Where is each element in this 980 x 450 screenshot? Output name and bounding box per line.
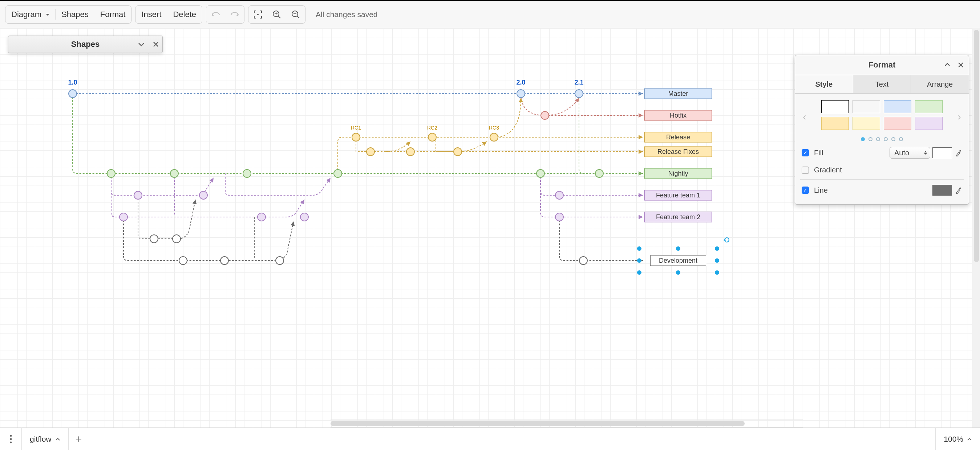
line-checkbox[interactable]: ✓ xyxy=(802,187,809,194)
commit-relfix-3[interactable] xyxy=(453,147,462,156)
insert-button[interactable]: Insert xyxy=(135,6,167,23)
style-swatch[interactable] xyxy=(884,117,912,130)
commit-feat2-3[interactable] xyxy=(300,213,309,221)
commit-relfix-2[interactable] xyxy=(406,147,415,156)
tab-arrange-label: Arrange xyxy=(927,80,953,89)
commit-feat2-4[interactable] xyxy=(555,213,564,221)
svg-point-5 xyxy=(10,441,12,443)
diagram-menu[interactable]: Diagram xyxy=(5,6,55,23)
style-swatch[interactable] xyxy=(853,100,880,113)
commit-nightly-1[interactable] xyxy=(107,169,116,178)
horizontal-scrollbar[interactable] xyxy=(331,420,803,428)
scrollbar-thumb[interactable] xyxy=(974,30,979,262)
lane-feature2[interactable]: Feature team 2 xyxy=(644,212,712,222)
format-panel-header[interactable]: Format xyxy=(795,55,969,75)
commit-master-2.0[interactable] xyxy=(517,89,525,98)
pager-dot[interactable] xyxy=(899,137,903,141)
fill-mode-dropdown[interactable]: Auto xyxy=(889,147,930,158)
style-swatch[interactable] xyxy=(821,100,849,113)
lane-hotfix[interactable]: Hotfix xyxy=(644,110,712,121)
commit-rc3[interactable] xyxy=(490,133,498,141)
commit-dev-6[interactable] xyxy=(579,256,588,265)
zoom-group xyxy=(248,5,305,24)
eyedropper-icon[interactable] xyxy=(954,147,962,158)
swatch-next[interactable]: › xyxy=(955,111,964,123)
commit-nightly-2[interactable] xyxy=(170,169,179,178)
style-swatch[interactable] xyxy=(884,100,912,113)
commit-master-1.0[interactable] xyxy=(68,89,77,98)
scrollbar-thumb[interactable] xyxy=(331,421,745,426)
pager-dot[interactable] xyxy=(861,137,865,141)
fill-color-swatch[interactable] xyxy=(932,147,952,158)
line-color-swatch[interactable] xyxy=(932,185,952,196)
lane-master[interactable]: Master xyxy=(644,89,712,99)
page-tab-gitflow[interactable]: gitflow xyxy=(22,428,68,450)
eyedropper-icon[interactable] xyxy=(954,185,962,196)
commit-hotfix[interactable] xyxy=(541,111,549,120)
redo-button[interactable] xyxy=(225,6,244,23)
zoom-in-button[interactable] xyxy=(267,6,286,23)
pager-dot[interactable] xyxy=(884,137,888,141)
delete-button[interactable]: Delete xyxy=(167,6,202,23)
selection-handle[interactable] xyxy=(715,246,719,251)
rotate-handle[interactable] xyxy=(724,237,730,243)
commit-feat1-2[interactable] xyxy=(199,191,208,200)
fill-checkbox[interactable]: ✓ xyxy=(802,149,809,157)
commit-dev-2[interactable] xyxy=(172,235,181,243)
zoom-fit-button[interactable] xyxy=(248,6,267,23)
commit-nightly-6[interactable] xyxy=(595,169,604,178)
selection-handle[interactable] xyxy=(715,258,719,263)
lane-feat2-label: Feature team 2 xyxy=(656,213,700,221)
selection-handle[interactable] xyxy=(676,270,680,275)
commit-dev-4[interactable] xyxy=(220,256,229,265)
pager-dot[interactable] xyxy=(876,137,880,141)
pager-dot[interactable] xyxy=(869,137,872,141)
lane-development[interactable]: Development xyxy=(650,255,706,266)
commit-nightly-3[interactable] xyxy=(243,169,251,178)
commit-rc1[interactable] xyxy=(352,133,360,141)
selection-handle[interactable] xyxy=(637,246,641,251)
undo-button[interactable] xyxy=(206,6,225,23)
lane-nightly[interactable]: Nightly xyxy=(644,168,712,179)
format-button[interactable]: Format xyxy=(94,6,132,23)
commit-nightly-4[interactable] xyxy=(333,169,342,178)
selection-handle[interactable] xyxy=(637,258,641,263)
lane-release-fixes[interactable]: Release Fixes xyxy=(644,147,712,157)
chevron-up-icon[interactable] xyxy=(944,62,951,67)
commit-relfix-1[interactable] xyxy=(366,147,375,156)
add-page-button[interactable]: + xyxy=(68,428,89,450)
lane-release[interactable]: Release xyxy=(644,132,712,143)
selection-handle[interactable] xyxy=(637,270,641,275)
menu-group-2: Insert Delete xyxy=(135,5,202,24)
commit-rc2[interactable] xyxy=(428,133,437,141)
selection-handle[interactable] xyxy=(715,270,719,275)
commit-master-2.1[interactable] xyxy=(574,89,583,98)
style-swatch[interactable] xyxy=(915,117,943,130)
style-swatch[interactable] xyxy=(853,117,880,130)
selection-handle[interactable] xyxy=(676,246,680,251)
lane-feature1[interactable]: Feature team 1 xyxy=(644,190,712,201)
commit-dev-3[interactable] xyxy=(179,256,188,265)
commit-feat2-1[interactable] xyxy=(119,213,128,221)
commit-dev-5[interactable] xyxy=(275,256,284,265)
commit-dev-1[interactable] xyxy=(150,235,158,243)
style-swatch[interactable] xyxy=(821,117,849,130)
commit-feat1-1[interactable] xyxy=(134,191,142,200)
canvas[interactable]: Shapes xyxy=(0,28,980,428)
zoom-control[interactable]: 100% xyxy=(935,428,980,450)
vertical-scrollbar[interactable] xyxy=(972,28,980,428)
commit-nightly-5[interactable] xyxy=(536,169,545,178)
close-icon[interactable] xyxy=(958,62,964,68)
swatch-prev[interactable]: ‹ xyxy=(800,111,809,123)
zoom-out-button[interactable] xyxy=(286,6,305,23)
gradient-checkbox[interactable] xyxy=(802,166,809,174)
commit-feat1-3[interactable] xyxy=(555,191,564,200)
commit-feat2-2[interactable] xyxy=(257,213,266,221)
shapes-button[interactable]: Shapes xyxy=(56,6,94,23)
tab-text[interactable]: Text xyxy=(853,75,911,93)
pager-dot[interactable] xyxy=(891,137,896,141)
tab-style[interactable]: Style xyxy=(795,75,853,93)
tab-arrange[interactable]: Arrange xyxy=(911,75,969,93)
pages-menu-button[interactable] xyxy=(0,428,22,450)
style-swatch[interactable] xyxy=(915,100,943,113)
